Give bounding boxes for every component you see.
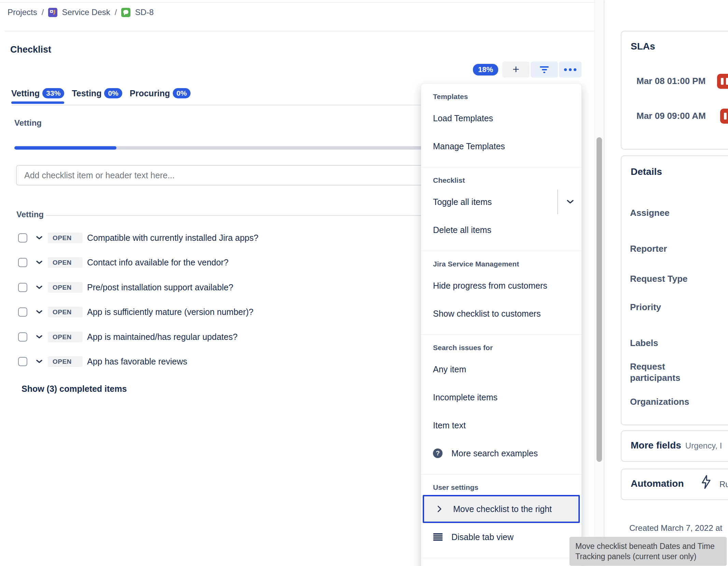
vertical-scrollbar[interactable] — [594, 0, 604, 566]
checklist-row: OPEN App is maintained/has regular updat… — [18, 331, 238, 342]
breadcrumb-project[interactable]: Service Desk — [62, 8, 110, 17]
breadcrumb-separator: / — [42, 8, 44, 17]
field-label-organizations[interactable]: Organizations — [630, 396, 714, 408]
checklist-row: OPEN Pre/post installation support avail… — [18, 282, 233, 293]
automation-suffix-text: Ru — [719, 480, 728, 489]
more-actions-button[interactable] — [559, 61, 582, 78]
details-title: Details — [631, 166, 662, 177]
menu-item-manage-templates[interactable]: Manage Templates — [421, 132, 582, 160]
sla-deadline: Mar 08 01:00 PM — [636, 76, 705, 86]
field-label-priority[interactable]: Priority — [630, 302, 714, 313]
checklist-tabs: Vetting 33% Testing 0% Procuring 0% — [11, 88, 191, 104]
field-label-labels[interactable]: Labels — [630, 337, 714, 349]
project-avatar-icon — [48, 8, 57, 17]
automation-title: Automation — [631, 478, 684, 489]
menu-item-incomplete-items[interactable]: Incomplete items — [421, 383, 582, 411]
scrollbar-thumb[interactable] — [597, 137, 602, 462]
menu-section-search: Search issues for Any item Incomplete it… — [421, 335, 582, 474]
overall-progress-badge: 18% — [473, 64, 498, 75]
field-label-assignee[interactable]: Assignee — [630, 207, 714, 219]
chevron-down-icon[interactable] — [36, 261, 42, 264]
item-text[interactable]: Contact info available for the vendor? — [87, 258, 228, 267]
menu-item-show-checklist-customers[interactable]: Show checklist to customers — [421, 300, 582, 328]
more-fields-panel[interactable]: More fields Urgency, I — [621, 430, 728, 462]
tab-testing-badge: 0% — [104, 88, 122, 98]
checklist-row: OPEN Contact info available for the vend… — [18, 257, 228, 268]
checklist-panel-title: Checklist — [10, 44, 51, 55]
item-text[interactable]: Compatible with currently installed Jira… — [87, 233, 258, 243]
move-checklist-tooltip: Move checklist beneath Dates and Time Tr… — [570, 537, 727, 566]
filter-button[interactable] — [531, 61, 558, 78]
status-badge[interactable]: OPEN — [48, 233, 83, 243]
checklist-row: OPEN App has favorable reviews — [18, 356, 187, 367]
item-checkbox[interactable] — [18, 258, 27, 267]
chevron-down-icon[interactable] — [36, 236, 42, 240]
menu-section-user-settings: User settings Move checklist to the righ… — [421, 474, 582, 558]
menu-item-any-item[interactable]: Any item — [421, 355, 582, 383]
header-divider — [4, 31, 595, 31]
more-fields-title: More fields — [631, 440, 681, 451]
item-checkbox[interactable] — [18, 233, 27, 243]
chevron-down-icon[interactable] — [36, 286, 42, 289]
tab-procuring[interactable]: Procuring 0% — [130, 88, 191, 104]
more-actions-menu: Templates Load Templates Manage Template… — [421, 84, 582, 566]
field-label-reporter[interactable]: Reporter — [630, 243, 714, 254]
breadcrumb-issue-key[interactable]: SD-8 — [135, 8, 154, 17]
plus-icon: + — [513, 63, 519, 75]
menu-section-jsm: Jira Service Management Hide progress fr… — [421, 251, 582, 335]
menu-section-header: Templates — [421, 89, 582, 104]
status-badge[interactable]: OPEN — [48, 307, 83, 317]
item-checkbox[interactable] — [18, 307, 27, 317]
item-text[interactable]: App has favorable reviews — [87, 357, 187, 367]
tab-vetting[interactable]: Vetting 33% — [11, 88, 64, 104]
status-badge[interactable]: OPEN — [48, 332, 83, 342]
menu-item-toggle-all-items[interactable]: Toggle all items — [421, 188, 582, 216]
chevron-down-icon[interactable] — [567, 200, 574, 204]
chevron-down-icon[interactable] — [36, 310, 42, 314]
menu-section-header: User settings — [421, 480, 582, 495]
show-completed-items-link[interactable]: Show (3) completed items — [22, 384, 127, 394]
request-type-icon — [121, 8, 130, 17]
automation-panel[interactable]: Automation Ru — [621, 469, 728, 500]
checklist-toolbar: 18% + — [473, 61, 583, 78]
menu-item-delete-all-items[interactable]: Delete all items — [421, 216, 582, 244]
menu-item-move-checklist-right[interactable]: Move checklist to the right — [423, 495, 580, 523]
chevron-right-icon — [435, 506, 444, 512]
menu-section-header: Jira Service Management — [421, 257, 582, 272]
item-text[interactable]: App is sufficiently mature (version numb… — [87, 307, 253, 317]
item-text[interactable]: Pre/post installation support available? — [87, 282, 233, 292]
filter-icon — [540, 66, 549, 73]
menu-item-item-text[interactable]: Item text — [421, 411, 582, 439]
tab-procuring-badge: 0% — [173, 88, 191, 98]
status-badge[interactable]: OPEN — [48, 257, 83, 268]
chevron-down-icon[interactable] — [36, 360, 42, 363]
ellipsis-icon — [564, 68, 576, 71]
menu-lines-icon — [433, 533, 443, 541]
lightning-bolt-icon — [701, 475, 711, 491]
group-header-label: Vetting — [16, 210, 44, 219]
item-checkbox[interactable] — [18, 283, 27, 292]
more-fields-subtitle: Urgency, I — [685, 441, 722, 451]
menu-spacer — [421, 558, 582, 566]
slas-title: SLAs — [631, 41, 655, 52]
tab-testing[interactable]: Testing 0% — [72, 88, 122, 104]
add-item-button[interactable]: + — [502, 61, 530, 78]
split-separator — [557, 190, 558, 214]
breadcrumb-projects[interactable]: Projects — [8, 8, 37, 17]
checklist-row: OPEN App is sufficiently mature (version… — [18, 306, 253, 317]
menu-item-disable-tab-view[interactable]: Disable tab view — [421, 523, 582, 551]
menu-item-more-search-examples[interactable]: ? More search examples — [421, 439, 582, 467]
details-panel[interactable]: Details Assignee Reporter Request Type P… — [621, 155, 728, 425]
field-label-request-participants[interactable]: Request participants — [630, 361, 714, 384]
menu-item-load-templates[interactable]: Load Templates — [421, 104, 582, 132]
status-badge[interactable]: OPEN — [48, 356, 83, 367]
item-text[interactable]: App is maintained/has regular updates? — [87, 332, 238, 342]
sla-paused-icon — [720, 109, 728, 124]
chevron-down-icon[interactable] — [36, 335, 42, 339]
status-badge[interactable]: OPEN — [48, 282, 83, 293]
menu-item-hide-progress[interactable]: Hide progress from customers — [421, 272, 582, 300]
created-timestamp: Created March 7, 2022 at — [629, 523, 722, 533]
item-checkbox[interactable] — [18, 332, 27, 342]
field-label-request-type[interactable]: Request Type — [630, 273, 714, 285]
item-checkbox[interactable] — [18, 357, 27, 366]
